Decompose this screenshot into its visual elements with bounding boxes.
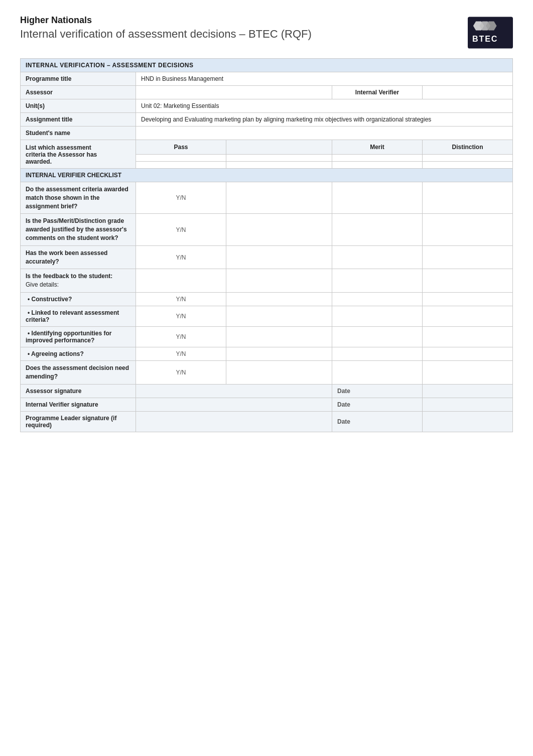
list-assessment-label: List which assessment criteria the Asses…: [21, 140, 136, 169]
q5-label: Does the assessment decision need amendi…: [21, 360, 136, 384]
q1-yn: Y/N: [136, 182, 226, 214]
q2-col3: [332, 214, 423, 245]
q2-row: Is the Pass/Merit/Distinction grade awar…: [21, 214, 513, 245]
assessor-sig-row: Assessor signature Date: [21, 384, 513, 398]
student-name-row: Student's name: [21, 127, 513, 140]
q4a-col4: [423, 292, 513, 306]
q5-col4: [423, 360, 513, 384]
header-text: Higher Nationals Internal verification o…: [20, 15, 312, 41]
pass-value-1: [136, 155, 226, 162]
iv-date-label: Date: [332, 398, 423, 411]
q4b-yn: Y/N: [136, 306, 226, 326]
q4d-col3: [332, 347, 423, 360]
q4-col4: [423, 269, 513, 293]
assessor-label: Assessor: [21, 86, 136, 99]
assignment-value: Developing and Evaluating marketing plan…: [136, 113, 513, 127]
q4-label: Is the feedback to the student: Give det…: [21, 269, 136, 293]
pl-sig-row: Programme Leader signature (if required)…: [21, 411, 513, 432]
pl-date-value: [423, 411, 513, 432]
pass-value-2: [136, 162, 226, 169]
q2-col4: [423, 214, 513, 245]
grade-header-row: List which assessment criteria the Asses…: [21, 140, 513, 155]
q4c-label: • Identifying opportunities for improved…: [21, 326, 136, 347]
q1-label: Do the assessment criteria awarded match…: [21, 182, 136, 214]
pass-header: Pass: [136, 140, 226, 155]
q4a-col3: [332, 292, 423, 306]
brand-title: Higher Nationals: [20, 15, 312, 26]
merit-value-1: [332, 155, 423, 162]
unit-value: Unit 02: Marketing Essentials: [136, 99, 513, 113]
student-name-value: [136, 127, 513, 140]
q4d-row: • Agreeing actions? Y/N: [21, 347, 513, 360]
q4a-col2: [226, 292, 332, 306]
programme-title-row: Programme title HND in Business Manageme…: [21, 72, 513, 86]
pl-date-label: Date: [332, 411, 423, 432]
q2-label: Is the Pass/Merit/Distinction grade awar…: [21, 214, 136, 245]
q4d-col2: [226, 347, 332, 360]
merit-value-2: [332, 162, 423, 169]
q5-row: Does the assessment decision need amendi…: [21, 360, 513, 384]
btec-logo: BTEC: [468, 15, 513, 50]
q4a-label: • Constructive?: [21, 292, 136, 306]
q5-col3: [332, 360, 423, 384]
spacer-2: [226, 162, 332, 169]
q3-col2: [226, 245, 332, 269]
q3-col3: [332, 245, 423, 269]
distinction-header: Distinction: [423, 140, 513, 155]
q4c-col3: [332, 326, 423, 347]
q1-col3: [332, 182, 423, 214]
internal-verifier-label: Internal Verifier: [332, 86, 423, 99]
q1-col4: [423, 182, 513, 214]
student-name-label: Student's name: [21, 127, 136, 140]
assessor-row: Assessor Internal Verifier: [21, 86, 513, 99]
main-table: INTERNAL VERIFICATION – ASSESSMENT DECIS…: [20, 58, 513, 432]
assessor-value: [136, 86, 332, 99]
q4a-yn: Y/N: [136, 292, 226, 306]
assessor-date-label: Date: [332, 384, 423, 398]
q4d-label: • Agreeing actions?: [21, 347, 136, 360]
distinction-value-1: [423, 155, 513, 162]
internal-verifier-value: [423, 86, 513, 99]
iv-sig-row: Internal Verifier signature Date: [21, 398, 513, 411]
q4c-col4: [423, 326, 513, 347]
q4b-row: • Linked to relevant assessment criteria…: [21, 306, 513, 326]
q4-header-row: Is the feedback to the student: Give det…: [21, 269, 513, 293]
distinction-value-2: [423, 162, 513, 169]
unit-row: Unit(s) Unit 02: Marketing Essentials: [21, 99, 513, 113]
q4-col3: [332, 269, 423, 293]
pl-sig-value: [136, 411, 332, 432]
iv-sig-label: Internal Verifier signature: [21, 398, 136, 411]
q5-col2: [226, 360, 332, 384]
q2-col2: [226, 214, 332, 245]
q4d-yn: Y/N: [136, 347, 226, 360]
q4-yn-empty: [136, 269, 226, 293]
q4c-row: • Identifying opportunities for improved…: [21, 326, 513, 347]
q4c-yn: Y/N: [136, 326, 226, 347]
iv-sig-value: [136, 398, 332, 411]
assessor-date-value: [423, 384, 513, 398]
assessor-sig-label: Assessor signature: [21, 384, 136, 398]
q1-row: Do the assessment criteria awarded match…: [21, 182, 513, 214]
q5-yn: Y/N: [136, 360, 226, 384]
assignment-row: Assignment title Developing and Evaluati…: [21, 113, 513, 127]
checklist-header-row: INTERNAL VERIFIER CHECKLIST: [21, 169, 513, 182]
q4c-col2: [226, 326, 332, 347]
q3-label: Has the work been assessed accurately?: [21, 245, 136, 269]
spacer-1: [226, 155, 332, 162]
merit-header: Merit: [332, 140, 423, 155]
svg-text:BTEC: BTEC: [472, 34, 498, 43]
q3-col4: [423, 245, 513, 269]
checklist-header-cell: INTERNAL VERIFIER CHECKLIST: [21, 169, 513, 182]
q3-row: Has the work been assessed accurately? Y…: [21, 245, 513, 269]
q4-col2: [226, 269, 332, 293]
q4b-col3: [332, 306, 423, 326]
section-header-row: INTERNAL VERIFICATION – ASSESSMENT DECIS…: [21, 59, 513, 72]
merit-header-spacer: [226, 140, 332, 155]
q4b-col4: [423, 306, 513, 326]
section-header-cell: INTERNAL VERIFICATION – ASSESSMENT DECIS…: [21, 59, 513, 72]
q4b-col2: [226, 306, 332, 326]
q1-col2: [226, 182, 332, 214]
q4a-row: • Constructive? Y/N: [21, 292, 513, 306]
q3-yn: Y/N: [136, 245, 226, 269]
assignment-label: Assignment title: [21, 113, 136, 127]
